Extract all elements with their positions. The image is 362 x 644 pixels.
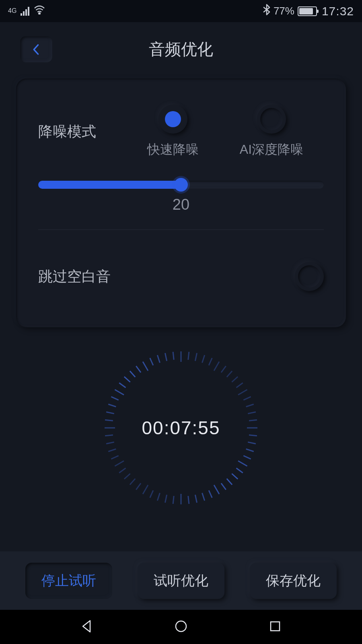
noise-mode-ai-label: AI深度降噪 bbox=[240, 141, 303, 159]
wifi-icon bbox=[33, 5, 45, 17]
action-bar: 停止试听 试听优化 保存优化 bbox=[0, 551, 362, 610]
noise-slider[interactable] bbox=[38, 181, 324, 189]
svg-point-0 bbox=[39, 13, 41, 14]
save-optimize-button[interactable]: 保存优化 bbox=[250, 563, 337, 599]
slider-value: 20 bbox=[38, 196, 324, 213]
nav-back-button[interactable] bbox=[80, 619, 94, 635]
nav-home-button[interactable] bbox=[174, 619, 188, 635]
bluetooth-icon bbox=[263, 4, 270, 18]
android-nav-bar bbox=[0, 610, 362, 644]
clock-text: 17:32 bbox=[322, 4, 354, 18]
network-label: 4G bbox=[8, 8, 16, 14]
divider bbox=[38, 229, 324, 230]
noise-mode-fast-radio[interactable] bbox=[158, 105, 187, 134]
settings-card: 降噪模式 快速降噪 AI深度降噪 20 跳过空白音 bbox=[16, 78, 346, 327]
skip-blank-label: 跳过空白音 bbox=[38, 267, 111, 287]
slider-fill bbox=[38, 181, 181, 189]
chevron-left-icon bbox=[31, 43, 42, 56]
timer-dial: 00:07:55 bbox=[105, 351, 257, 504]
svg-point-1 bbox=[176, 621, 186, 632]
skip-blank-toggle[interactable] bbox=[295, 262, 324, 291]
status-bar: 4G 77% 17:32 bbox=[0, 0, 362, 22]
battery-text: 77% bbox=[274, 5, 294, 17]
slider-thumb[interactable] bbox=[174, 178, 188, 192]
noise-mode-fast-label: 快速降噪 bbox=[147, 141, 199, 159]
noise-mode-label: 降噪模式 bbox=[38, 122, 127, 142]
preview-optimize-button[interactable]: 试听优化 bbox=[138, 563, 224, 599]
stop-preview-button[interactable]: 停止试听 bbox=[25, 563, 112, 599]
nav-recent-button[interactable] bbox=[268, 619, 282, 635]
signal-icon bbox=[21, 7, 29, 16]
noise-mode-ai-radio[interactable] bbox=[257, 105, 286, 134]
back-button[interactable] bbox=[20, 36, 52, 62]
page-title: 音频优化 bbox=[0, 38, 362, 60]
timer-text: 00:07:55 bbox=[142, 417, 220, 439]
battery-icon bbox=[298, 6, 317, 16]
svg-rect-2 bbox=[271, 622, 280, 631]
